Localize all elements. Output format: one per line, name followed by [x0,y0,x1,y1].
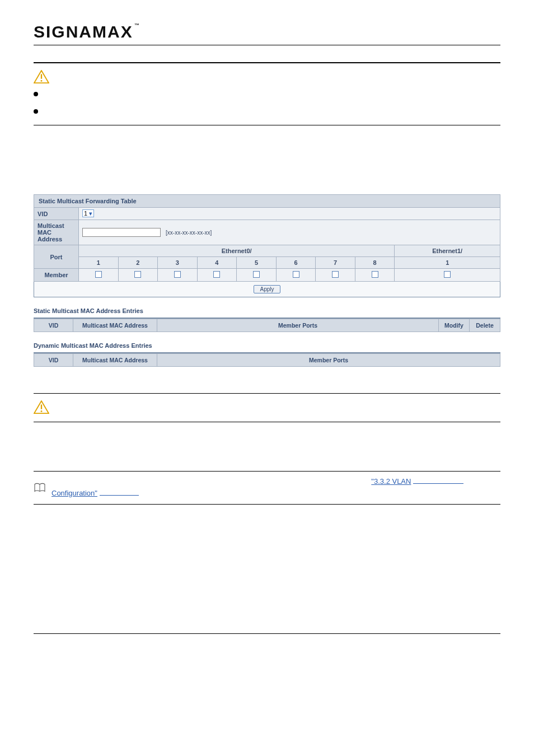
col-ports: Member Ports [157,354,500,367]
col-vid: VID [34,319,73,332]
mac-cell: [xx-xx-xx-xx-xx-xx] [79,220,500,245]
caution-block-1: Caution: [34,69,500,83]
mac-input[interactable] [82,228,161,237]
section-3-3-1-heading: 3.3.1 Overview [34,455,500,465]
eth1-header: Ethernet1/ [395,245,500,257]
bullet-text: When you delete all the ports of a certa… [46,106,500,118]
footer-rule [34,633,500,634]
bullet-item: When you delete all the ports of a certa… [34,106,500,118]
svg-point-2 [41,80,43,82]
configuration-example-heading: Configuration Example [34,141,500,152]
member-checkbox[interactable] [332,271,339,278]
member-checkbox[interactable] [293,271,299,278]
port-col: 8 [355,257,395,269]
logo-tm: ™ [134,22,139,28]
caution-icon [34,400,49,414]
logo-main: SIGNAMAX [34,22,133,41]
col-delete: Delete [470,319,500,332]
header-rule [34,45,500,45]
logo-text: SIGNAMAX™ [34,22,139,41]
vid-label: VID [34,208,79,220]
caution-label: Caution: [54,399,83,408]
caution-icon [34,70,49,83]
apply-button[interactable]: Apply [254,285,280,293]
bullet-dot-icon [34,109,38,114]
note-link-2[interactable]: Configuration" [51,489,97,497]
col-mac: Multicast MAC Address [73,319,157,332]
port-col: 2 [118,257,158,269]
book-icon [34,483,46,493]
note-link-1[interactable]: "3.3.2 VLAN [371,477,411,486]
member-checkbox[interactable] [444,271,451,278]
port-col: 3 [158,257,198,269]
static-entries-title: Static Multicast MAC Address Entries [34,307,500,314]
note-bottom-rule [34,504,500,505]
member-checkbox[interactable] [213,271,220,278]
col-modify: Modify [439,319,470,332]
note-body-prefix: This section describes the configuration… [71,477,371,486]
vid-select[interactable]: 1 ▾ [82,209,94,217]
bullet-text: When you delete a certain VLAN, the mult… [46,89,500,101]
table-title: Static Multicast Forwarding Table [34,195,500,208]
figure-caption: Figure 3-20 Add a static multicast MAC a… [34,375,500,383]
port-col: 5 [237,257,277,269]
note-label: Note: [51,477,69,486]
caution-bottom-rule [34,125,500,125]
member-checkbox[interactable] [95,271,102,278]
bullet-item: When you delete a certain VLAN, the mult… [34,89,500,101]
chevron-down-icon: ▾ [89,210,92,217]
caution-top-rule [34,62,500,63]
col-ports: Member Ports [157,319,439,332]
note-text: Note: This section describes the configu… [51,476,463,500]
note-block: Note: This section describes the configu… [34,476,500,500]
caution2-bottom-rule [34,422,500,422]
port-col: 4 [197,257,237,269]
eth0-header: Ethernet0/ [79,245,395,257]
caution-block-2: Caution: Before adding a multicast MAC a… [34,399,500,416]
member-label: Member [34,269,79,282]
caution-bullets: When you delete a certain VLAN, the mult… [34,89,500,118]
member-checkbox[interactable] [174,271,181,278]
port-col: 7 [316,257,355,269]
brand-logo: SIGNAMAX™ [34,22,500,41]
mac-hint: [xx-xx-xx-xx-xx-xx] [166,230,212,236]
port-label: Port [34,245,79,269]
port-col: 1 [395,257,500,269]
member-checkbox[interactable] [253,271,260,278]
footer-text: Signamax 065-7434 8-Port Web Managed Gig… [34,752,500,756]
note-link-underline-2 [100,489,139,496]
example-step: Add a multicast MAC address 0100-0001-00… [34,174,500,185]
svg-point-5 [41,410,43,412]
port-col: 6 [276,257,316,269]
example-intro: Configure the device to: [34,158,500,170]
bullet-dot-icon [34,92,38,96]
caution-label: Caution: [54,69,83,77]
caution-text: Before adding a multicast MAC address in… [88,399,500,416]
member-checkbox[interactable] [134,271,141,278]
col-mac: Multicast MAC Address [73,354,157,367]
note-link-underline [413,478,463,484]
member-checkbox[interactable] [372,271,378,278]
note-body-suffix: . [139,489,141,497]
section-3-3-heading: 3.3 Configuring VLAN [34,438,500,450]
mac-label: Multicast MAC Address [34,220,79,245]
dynamic-entries-table: VID Multicast MAC Address Member Ports [34,353,500,367]
note-top-rule [34,471,500,472]
static-entries-table: VID Multicast MAC Address Member Ports M… [34,319,500,332]
dynamic-entries-title: Dynamic Multicast MAC Address Entries [34,342,500,349]
caution2-top-rule [34,393,500,394]
vid-cell: 1 ▾ [79,208,500,220]
col-vid: VID [34,354,73,367]
vid-value: 1 [84,210,87,217]
port-col: 1 [79,257,119,269]
multicast-forwarding-table: Static Multicast Forwarding Table VID 1 … [34,194,500,297]
